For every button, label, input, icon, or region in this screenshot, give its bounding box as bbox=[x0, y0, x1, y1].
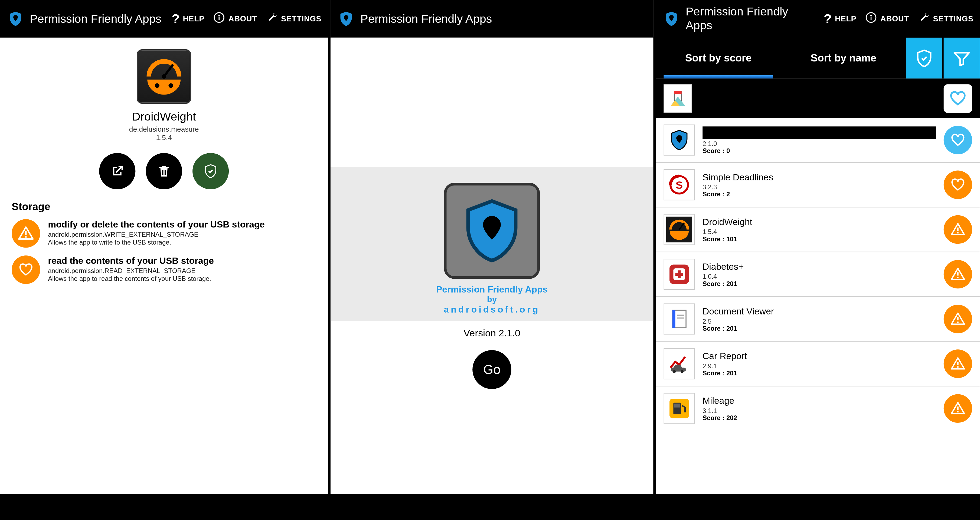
heart-icon bbox=[944, 171, 972, 199]
permission-id: android.permission.READ_EXTERNAL_STORAGE bbox=[48, 267, 214, 274]
info-icon bbox=[213, 12, 225, 26]
warning-icon bbox=[944, 394, 972, 423]
app-name: DroidWeight bbox=[703, 217, 936, 227]
svg-point-4 bbox=[169, 83, 173, 88]
app-name: DroidWeight bbox=[132, 110, 196, 124]
app-score: Score : 201 bbox=[703, 370, 936, 377]
app-name: Car Report bbox=[703, 351, 936, 361]
list-item[interactable]: DroidWeight 1.5.4 Score : 101 bbox=[656, 207, 980, 252]
help-button[interactable]: ? HELP bbox=[824, 11, 857, 26]
permission-text: read the contents of your USB storage an… bbox=[48, 255, 214, 282]
about-button[interactable]: ABOUT bbox=[213, 12, 257, 26]
tab-bar: Sort by score Sort by name bbox=[656, 38, 980, 79]
permission-id: android.permission.WRITE_EXTERNAL_STORAG… bbox=[48, 231, 265, 238]
app-name: Simple Deadlines bbox=[703, 172, 936, 182]
app-score: Score : 101 bbox=[703, 235, 936, 242]
app-version: 1.5.4 bbox=[703, 228, 936, 235]
app-text: DroidWeight 1.5.4 Score : 101 bbox=[703, 217, 936, 242]
app-logo-icon bbox=[6, 10, 25, 28]
svg-rect-40 bbox=[957, 411, 959, 413]
svg-point-33 bbox=[681, 370, 684, 373]
svg-rect-34 bbox=[957, 362, 959, 365]
svg-point-1 bbox=[218, 14, 220, 16]
svg-rect-18 bbox=[957, 228, 959, 231]
svg-point-32 bbox=[673, 370, 676, 373]
svg-point-6 bbox=[162, 74, 166, 79]
svg-text:S: S bbox=[676, 179, 683, 191]
app-text: Car Report 2.9.1 Score : 201 bbox=[703, 351, 936, 377]
svg-rect-11 bbox=[871, 16, 872, 20]
list-panel: Permission Friendly Apps ? HELP ABOUT SE… bbox=[656, 0, 980, 494]
app-icon: S bbox=[663, 169, 695, 200]
list-item[interactable]: Diabetes+ 1.0.4 Score : 201 bbox=[656, 252, 980, 296]
heart-icon bbox=[944, 126, 972, 154]
permission-row: read the contents of your USB storage an… bbox=[0, 252, 328, 288]
permission-desc: Allows the app to read the contents of y… bbox=[48, 275, 214, 282]
list-item[interactable]: 2.1.0 Score : 0 bbox=[656, 118, 980, 162]
about-card: Permission Friendly Apps by androidsoft.… bbox=[331, 167, 653, 321]
app-icon bbox=[663, 348, 695, 380]
help-button[interactable]: ? HELP bbox=[172, 11, 204, 26]
warning-icon bbox=[944, 215, 972, 244]
svg-rect-2 bbox=[219, 16, 220, 20]
app-logo-icon bbox=[337, 10, 355, 28]
list-item[interactable]: S Simple Deadlines 3.2.3 Score : 2 bbox=[656, 162, 980, 207]
permission-text: modify or delete the contents of your US… bbox=[48, 219, 265, 246]
app-name: Mileage bbox=[703, 396, 936, 406]
app-text: 2.1.0 Score : 0 bbox=[703, 126, 936, 154]
question-icon: ? bbox=[172, 11, 180, 26]
svg-rect-25 bbox=[957, 277, 959, 278]
actionbar-title: Permission Friendly Apps bbox=[360, 12, 492, 26]
trusted-filter-button[interactable] bbox=[906, 38, 942, 78]
wrench-icon bbox=[918, 12, 930, 26]
svg-rect-23 bbox=[675, 273, 683, 276]
permission-title: modify or delete the contents of your US… bbox=[48, 219, 265, 230]
svg-rect-7 bbox=[25, 231, 27, 235]
settings-button[interactable]: SETTINGS bbox=[266, 12, 321, 26]
svg-rect-31 bbox=[957, 322, 959, 323]
app-version: 1.0.4 bbox=[703, 273, 936, 280]
large-logo-icon bbox=[444, 183, 540, 279]
svg-point-3 bbox=[155, 83, 159, 88]
app-text: Diabetes+ 1.0.4 Score : 201 bbox=[703, 262, 936, 287]
svg-rect-39 bbox=[957, 407, 959, 410]
settings-button[interactable]: SETTINGS bbox=[918, 12, 973, 26]
svg-rect-35 bbox=[957, 367, 959, 368]
permission-section-title: Storage bbox=[0, 189, 62, 215]
tab-sort-name[interactable]: Sort by name bbox=[781, 38, 906, 78]
go-button[interactable]: Go bbox=[473, 350, 511, 389]
app-score: Score : 0 bbox=[703, 147, 936, 154]
about-button[interactable]: ABOUT bbox=[865, 12, 909, 26]
about-site: androidsoft.org bbox=[444, 304, 540, 314]
list-item[interactable]: Document Viewer 2.5 Score : 201 bbox=[656, 296, 980, 341]
app-version: 2.5 bbox=[703, 318, 936, 325]
list-item[interactable]: Car Report 2.9.1 Score : 201 bbox=[656, 341, 980, 386]
svg-rect-8 bbox=[25, 236, 27, 238]
action-row bbox=[99, 153, 229, 189]
app-name: Diabetes+ bbox=[703, 262, 936, 272]
trust-button[interactable] bbox=[192, 153, 229, 189]
filter-button[interactable] bbox=[944, 38, 980, 78]
list-item[interactable]: Mileage 3.1.1 Score : 202 bbox=[656, 386, 980, 431]
app-version: 3.2.3 bbox=[703, 183, 936, 191]
detail-header: DroidWeight de.delusions.measure 1.5.4 bbox=[0, 49, 328, 189]
uninstall-button[interactable] bbox=[146, 153, 182, 189]
permission-row: modify or delete the contents of your US… bbox=[0, 215, 328, 252]
svg-rect-38 bbox=[675, 404, 680, 407]
favorite-toggle[interactable] bbox=[944, 84, 972, 113]
permission-desc: Allows the app to write to the USB stora… bbox=[48, 239, 265, 246]
svg-point-10 bbox=[871, 14, 872, 16]
app-list[interactable]: 2.1.0 Score : 0 S Simple Deadlines 3.2.3… bbox=[656, 118, 980, 494]
app-icon bbox=[137, 49, 191, 104]
app-score: Score : 201 bbox=[703, 325, 936, 332]
tab-sort-score[interactable]: Sort by score bbox=[656, 38, 781, 78]
app-text: Simple Deadlines 3.2.3 Score : 2 bbox=[703, 172, 936, 198]
actionbar-title: Permission Friendly Apps bbox=[686, 5, 815, 32]
svg-rect-19 bbox=[957, 232, 959, 233]
svg-rect-24 bbox=[957, 272, 959, 276]
open-app-button[interactable] bbox=[99, 153, 135, 189]
device-app-icon bbox=[663, 84, 692, 113]
app-package: de.delusions.measure bbox=[129, 125, 199, 133]
info-icon bbox=[865, 12, 877, 26]
triptych-root: Permission Friendly Apps ? HELP ABOUT SE… bbox=[0, 0, 980, 520]
